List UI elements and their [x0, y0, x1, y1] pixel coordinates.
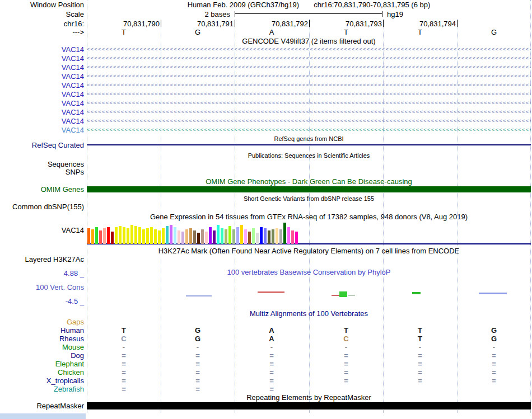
gtex-tissue-bar [228, 226, 231, 244]
gencode-transcript-row[interactable]: <<<<<<<<<<<<<<<<<<<<<<<<<<<<<<<<<<<<<<<<… [87, 54, 531, 63]
gtex-tissue-bar [240, 225, 243, 244]
multiz-cell: = [113, 385, 135, 393]
gtex-tissue-bar [217, 225, 220, 244]
ruler-tick [161, 20, 161, 27]
refseq-title: RefSeq genes from NCBI [87, 135, 531, 143]
track-label-vac14[interactable]: VAC14 [0, 117, 84, 125]
gtex-tissue-bar [244, 229, 247, 244]
phylop-mark [186, 295, 212, 296]
multiz-species-label[interactable]: Dog [0, 351, 84, 360]
omim-title: OMIM Gene Phenotypes - Dark Green Can Be… [87, 177, 531, 186]
gtex-tissue-bar [150, 227, 153, 244]
multiz-cell: - [113, 343, 135, 351]
multiz-cell: = [186, 376, 209, 385]
track-label-vac14[interactable]: VAC14 [0, 126, 84, 134]
track-label-vac14[interactable]: VAC14 [0, 108, 84, 116]
phylop-mark [332, 295, 339, 296]
multiz-cell: = [113, 368, 135, 376]
gtex-tissue-bar [115, 227, 118, 244]
gtex-tissue-bar [209, 227, 212, 244]
position-range-label: chr16:70,831,790-70,831,795 (6 bp) [314, 1, 430, 9]
track-label-vac14[interactable]: VAC14 [0, 81, 84, 90]
multiz-cell: = [260, 360, 283, 368]
track-label-vac14[interactable]: VAC14 [0, 90, 84, 98]
track-label-vac14[interactable]: VAC14 [0, 99, 84, 107]
genome-label: hg19 [387, 10, 403, 18]
track-label-common-dbsnp[interactable]: Common dbSNP(155) [0, 203, 84, 211]
multiz-cell: = [335, 376, 357, 385]
publications-title: Publications: Sequences in Scientific Ar… [87, 152, 531, 160]
gencode-transcript-row[interactable]: <<<<<<<<<<<<<<<<<<<<<<<<<<<<<<<<<<<<<<<<… [87, 63, 531, 72]
phylop-mark [412, 292, 421, 294]
phylop-title: 100 vertebrates Basewise Conservation by… [87, 268, 531, 276]
gtex-tissue-bar [264, 228, 267, 244]
multiz-cell: - [483, 343, 505, 351]
gencode-transcript-row[interactable]: <<<<<<<<<<<<<<<<<<<<<<<<<<<<<<<<<<<<<<<<… [87, 81, 531, 90]
ruler-tick [457, 20, 458, 27]
gencode-transcript-row[interactable]: <<<<<<<<<<<<<<<<<<<<<<<<<<<<<<<<<<<<<<<<… [87, 72, 531, 81]
scale-label: Scale [0, 10, 84, 18]
gtex-tissue-bar [252, 228, 255, 244]
track-label-repeatmasker[interactable]: RepeatMasker [0, 402, 84, 410]
gencode-transcript-row[interactable]: <<<<<<<<<<<<<<<<<<<<<<<<<<<<<<<<<<<<<<<<… [87, 108, 531, 116]
sequence-base: T [335, 28, 357, 36]
track-label-sequences[interactable]: Sequences [0, 160, 84, 168]
chrom-label: chr16: [0, 20, 84, 28]
scale-value: 2 bases [87, 10, 230, 18]
gtex-tissue-bar [162, 228, 165, 244]
gtex-tissue-bar [119, 226, 122, 244]
track-label-vac14[interactable]: VAC14 [0, 72, 84, 81]
ruler-coordinate: 70,831,791 [188, 20, 234, 28]
track-label-100-vert-cons[interactable]: 100 Vert. Cons [0, 283, 84, 291]
multiz-cell: - [409, 343, 431, 351]
gencode-transcript-row[interactable]: <<<<<<<<<<<<<<<<<<<<<<<<<<<<<<<<<<<<<<<<… [87, 126, 531, 134]
multiz-cell: G [186, 335, 209, 343]
gtex-tissue-bar [123, 227, 125, 244]
gencode-transcript-row[interactable]: <<<<<<<<<<<<<<<<<<<<<<<<<<<<<<<<<<<<<<<<… [87, 99, 531, 107]
multiz-cell: = [409, 368, 431, 376]
multiz-species-label[interactable]: Rhesus [0, 335, 84, 343]
multiz-species-label[interactable]: Gaps [0, 318, 84, 326]
repeatmasker-title: Repeating Elements by RepeatMasker [87, 393, 531, 402]
phylop-max-value: 4.88 _ [0, 269, 84, 277]
multiz-cell: - [186, 343, 209, 351]
next-track-partial [0, 413, 86, 419]
multiz-species-label[interactable]: X_tropicalis [0, 376, 84, 385]
track-label-vac14[interactable]: VAC14 [0, 63, 84, 72]
gtex-tissue-bar [181, 232, 184, 244]
phylop-mark [258, 291, 284, 293]
omim-genes-track[interactable] [87, 186, 531, 192]
track-label-snps[interactable]: SNPs [0, 168, 84, 176]
multiz-cell: = [113, 376, 135, 385]
gencode-transcript-row[interactable]: <<<<<<<<<<<<<<<<<<<<<<<<<<<<<<<<<<<<<<<<… [87, 45, 531, 54]
track-label-vac14[interactable]: VAC14 [0, 54, 84, 63]
track-label-omim-genes[interactable]: OMIM Genes [0, 185, 84, 194]
multiz-species-label[interactable]: Elephant [0, 360, 84, 368]
phylop-min-value: -4.5 _ [0, 297, 84, 305]
track-label-gtex-vac14[interactable]: VAC14 [0, 226, 84, 234]
multiz-species-label[interactable]: Mouse [0, 343, 84, 351]
track-label-refseq-curated[interactable]: RefSeq Curated [0, 141, 84, 149]
track-label-layered-h3k27ac[interactable]: Layered H3K27Ac [0, 255, 84, 263]
repeatmasker-track[interactable] [87, 402, 531, 409]
track-label-vac14[interactable]: VAC14 [0, 45, 84, 54]
multiz-cell: G [483, 335, 505, 343]
refseq-curated-track[interactable] [87, 144, 531, 145]
multiz-cell: = [186, 360, 209, 368]
gtex-tissue-bar [99, 230, 102, 244]
multiz-cell: = [260, 385, 283, 393]
multiz-species-label[interactable]: Human [0, 326, 84, 335]
gtex-tissue-bar [272, 229, 274, 244]
multiz-cell: = [260, 351, 283, 360]
gencode-transcript-row[interactable]: <<<<<<<<<<<<<<<<<<<<<<<<<<<<<<<<<<<<<<<<… [87, 90, 531, 98]
gtex-tissue-bar [185, 229, 188, 244]
multiz-species-label[interactable]: Zebrafish [0, 385, 84, 393]
multiz-cell: A [260, 335, 283, 343]
ruler-coordinate: 70,831,790 [114, 20, 160, 28]
gtex-tissue-bar [107, 227, 110, 244]
multiz-species-label[interactable]: Chicken [0, 368, 84, 376]
gencode-transcript-row[interactable]: <<<<<<<<<<<<<<<<<<<<<<<<<<<<<<<<<<<<<<<<… [87, 117, 531, 125]
ucsc-genome-browser-image: Window Position Human Feb. 2009 (GRCh37/… [0, 0, 532, 419]
gtex-tissue-bar [287, 227, 290, 244]
ruler-tick [309, 20, 310, 27]
